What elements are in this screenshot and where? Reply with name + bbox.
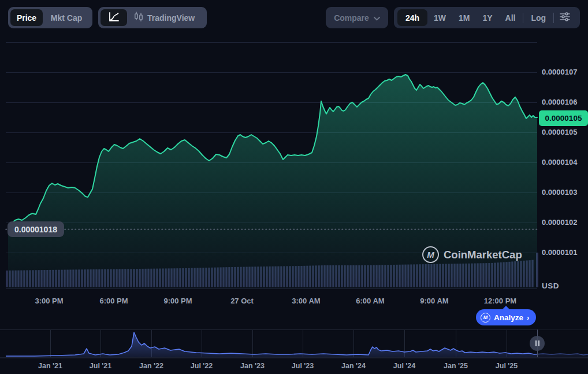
navigator-axis-label: Jan '24 [341, 362, 366, 370]
y-axis-label: 0.0000104 [542, 158, 588, 166]
chart-settings-button[interactable] [555, 9, 575, 26]
navigator-unselected-mask [537, 329, 588, 357]
candlestick-icon [134, 12, 143, 24]
navigator-axis-label: Jul '24 [393, 362, 415, 370]
x-axis-label: 3:00 AM [292, 297, 320, 305]
navigator-line [6, 332, 588, 356]
x-axis-label: 6:00 AM [356, 297, 384, 305]
currency-unit-label: USD [542, 282, 559, 290]
navigator-axis-label: Jul '22 [191, 362, 213, 370]
y-axis-label: 0.0000103 [542, 188, 588, 197]
y-axis-label: 0.0000107 [542, 68, 588, 76]
navigator-right-handle[interactable] [530, 336, 545, 351]
range-navigator[interactable] [0, 327, 588, 360]
x-axis-label: 12:00 PM [484, 297, 516, 305]
tradingview-mode-button[interactable]: TradingView [134, 12, 195, 24]
open-price-label: 0.00001018 [8, 221, 64, 237]
range-all-button[interactable]: All [499, 13, 522, 23]
watermark-text: CoinMarketCap [444, 249, 522, 261]
tooltip-arrow [503, 306, 509, 309]
chart-type-toggle: TradingView [98, 7, 207, 28]
line-chart-icon [109, 12, 120, 24]
x-axis-label: 6:00 PM [99, 297, 128, 305]
navigator-axis-label: Jul '25 [496, 362, 518, 370]
metric-option-mktcap[interactable]: Mkt Cap [43, 9, 90, 26]
y-axis-label: 0.0000101 [542, 248, 588, 257]
last-price-badge: 0.0000105 [539, 110, 588, 126]
divider [523, 13, 523, 23]
cmc-ai-icon: M [481, 313, 490, 323]
volume-bar [6, 271, 8, 287]
x-axis-label: 9:00 AM [420, 297, 448, 305]
navigator-axis-label: Jan '21 [38, 362, 62, 370]
range-1w-button[interactable]: 1W [427, 13, 452, 23]
cmc-price-chart-page: Price Mkt Cap TradingView Compare [0, 0, 588, 374]
x-axis-label: 3:00 PM [35, 297, 63, 305]
range-24h-button[interactable]: 24h [397, 9, 427, 26]
range-1m-button[interactable]: 1M [452, 13, 476, 23]
range-1y-button[interactable]: 1Y [476, 13, 498, 23]
coinmarketcap-watermark: M CoinMarketCap [422, 246, 522, 263]
chevron-right-icon: › [527, 313, 529, 322]
sliders-icon [560, 12, 570, 24]
line-chart-mode-button[interactable] [101, 9, 127, 26]
navigator-axis-label: Jan '22 [139, 362, 163, 370]
divider [553, 13, 554, 23]
x-axis-label: 9:00 PM [163, 297, 192, 305]
x-axis-label: 27 Oct [230, 297, 254, 305]
y-axis-label: 0.0000106 [542, 98, 588, 106]
compare-label: Compare [334, 13, 369, 23]
time-range-group: 24h 1W 1M 1Y All Log [394, 7, 580, 28]
y-axis-label: 0.0000105 [542, 128, 588, 136]
analyze-label: Analyze [494, 313, 523, 322]
navigator-axis-label: Jan '25 [444, 362, 468, 370]
navigator-axis-label: Jul '21 [90, 362, 111, 370]
analyze-button[interactable]: M Analyze › [476, 309, 536, 325]
navigator-axis-label: Jan '23 [240, 362, 265, 370]
log-scale-button[interactable]: Log [524, 13, 552, 23]
compare-button[interactable]: Compare [326, 7, 388, 28]
metric-option-price[interactable]: Price [10, 9, 43, 26]
coinmarketcap-logo-icon: M [422, 246, 439, 263]
metric-toggle: Price Mkt Cap [8, 7, 92, 28]
tradingview-label: TradingView [147, 13, 195, 23]
navigator-axis-label: Jul '23 [292, 362, 314, 370]
y-axis-label: 0.0000102 [542, 218, 588, 227]
chevron-down-icon [374, 13, 380, 23]
